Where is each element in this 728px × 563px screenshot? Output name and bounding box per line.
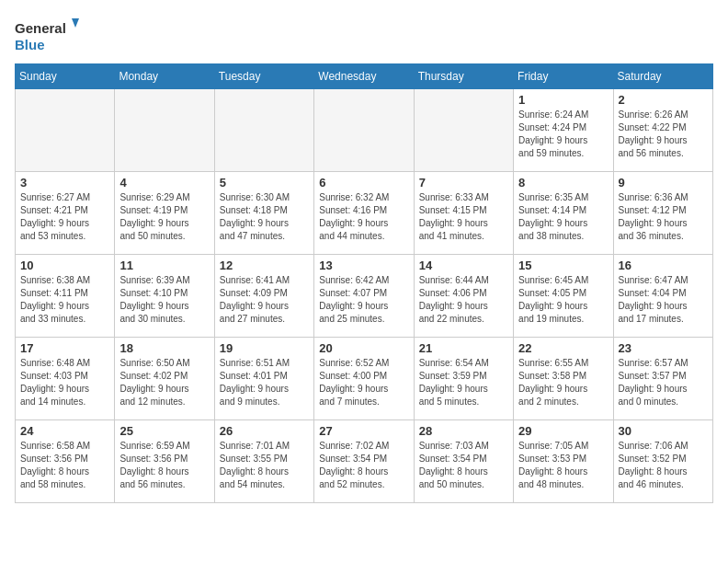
day-cell-24: 24Sunrise: 6:58 AM Sunset: 3:56 PM Dayli… [16,420,115,503]
day-cell-6: 6Sunrise: 6:32 AM Sunset: 4:16 PM Daylig… [314,172,414,255]
day-info: Sunrise: 7:02 AM Sunset: 3:54 PM Dayligh… [319,440,408,491]
day-info: Sunrise: 6:57 AM Sunset: 3:57 PM Dayligh… [619,357,708,408]
day-info: Sunrise: 7:03 AM Sunset: 3:54 PM Dayligh… [419,440,508,491]
calendar-header-row: SundayMondayTuesdayWednesdayThursdayFrid… [16,64,713,89]
day-number: 23 [619,341,708,355]
day-cell-13: 13Sunrise: 6:42 AM Sunset: 4:07 PM Dayli… [314,255,414,338]
day-cell-8: 8Sunrise: 6:35 AM Sunset: 4:14 PM Daylig… [514,172,613,255]
empty-cell [314,89,414,172]
column-header-friday: Friday [514,64,613,89]
day-cell-7: 7Sunrise: 6:33 AM Sunset: 4:15 PM Daylig… [414,172,513,255]
day-cell-17: 17Sunrise: 6:48 AM Sunset: 4:03 PM Dayli… [16,338,115,420]
week-row-5: 24Sunrise: 6:58 AM Sunset: 3:56 PM Dayli… [16,420,713,503]
day-info: Sunrise: 6:33 AM Sunset: 4:15 PM Dayligh… [419,191,508,243]
day-info: Sunrise: 7:06 AM Sunset: 3:52 PM Dayligh… [619,440,708,491]
empty-cell [16,89,115,172]
day-cell-26: 26Sunrise: 7:01 AM Sunset: 3:55 PM Dayli… [214,420,313,503]
column-header-monday: Monday [115,64,214,89]
day-info: Sunrise: 6:41 AM Sunset: 4:09 PM Dayligh… [220,274,309,326]
week-row-4: 17Sunrise: 6:48 AM Sunset: 4:03 PM Dayli… [16,338,713,420]
day-cell-1: 1Sunrise: 6:24 AM Sunset: 4:24 PM Daylig… [514,89,613,172]
day-cell-30: 30Sunrise: 7:06 AM Sunset: 3:52 PM Dayli… [613,420,712,503]
day-cell-2: 2Sunrise: 6:26 AM Sunset: 4:22 PM Daylig… [613,89,712,172]
day-cell-19: 19Sunrise: 6:51 AM Sunset: 4:01 PM Dayli… [214,338,313,420]
day-number: 24 [20,424,109,438]
day-cell-16: 16Sunrise: 6:47 AM Sunset: 4:04 PM Dayli… [613,255,712,338]
day-info: Sunrise: 6:59 AM Sunset: 3:56 PM Dayligh… [119,440,209,491]
day-info: Sunrise: 6:39 AM Sunset: 4:10 PM Dayligh… [119,274,209,326]
day-number: 18 [119,341,209,355]
day-number: 22 [518,341,608,355]
day-info: Sunrise: 6:58 AM Sunset: 3:56 PM Dayligh… [20,440,109,491]
day-info: Sunrise: 6:32 AM Sunset: 4:16 PM Dayligh… [319,191,408,243]
day-number: 12 [220,259,309,272]
day-cell-5: 5Sunrise: 6:30 AM Sunset: 4:18 PM Daylig… [214,172,313,255]
day-info: Sunrise: 6:27 AM Sunset: 4:21 PM Dayligh… [20,191,109,243]
week-row-1: 1Sunrise: 6:24 AM Sunset: 4:24 PM Daylig… [16,89,713,172]
day-number: 21 [419,341,508,355]
week-row-3: 10Sunrise: 6:38 AM Sunset: 4:11 PM Dayli… [16,255,713,338]
calendar-table: SundayMondayTuesdayWednesdayThursdayFrid… [15,63,713,503]
day-info: Sunrise: 6:48 AM Sunset: 4:03 PM Dayligh… [20,357,109,408]
day-cell-20: 20Sunrise: 6:52 AM Sunset: 4:00 PM Dayli… [314,338,414,420]
day-number: 7 [419,176,508,190]
day-number: 10 [20,259,109,272]
day-cell-9: 9Sunrise: 6:36 AM Sunset: 4:12 PM Daylig… [613,172,712,255]
day-info: Sunrise: 6:52 AM Sunset: 4:00 PM Dayligh… [319,357,408,408]
day-number: 17 [20,341,109,355]
day-info: Sunrise: 6:29 AM Sunset: 4:19 PM Dayligh… [119,191,209,243]
day-number: 30 [619,424,708,438]
day-number: 26 [220,424,309,438]
column-header-tuesday: Tuesday [214,64,313,89]
day-info: Sunrise: 6:47 AM Sunset: 4:04 PM Dayligh… [619,274,708,326]
empty-cell [115,89,214,172]
svg-text:General: General [15,20,66,36]
day-info: Sunrise: 6:42 AM Sunset: 4:07 PM Dayligh… [319,274,408,326]
day-number: 6 [319,176,408,190]
column-header-thursday: Thursday [414,64,513,89]
day-info: Sunrise: 6:30 AM Sunset: 4:18 PM Dayligh… [220,191,309,243]
day-number: 4 [119,176,209,190]
day-number: 16 [619,259,708,272]
logo-svg: General Blue [15,15,79,56]
column-header-saturday: Saturday [613,64,712,89]
day-cell-27: 27Sunrise: 7:02 AM Sunset: 3:54 PM Dayli… [314,420,414,503]
day-number: 3 [20,176,109,190]
day-info: Sunrise: 6:50 AM Sunset: 4:02 PM Dayligh… [119,357,209,408]
day-info: Sunrise: 6:55 AM Sunset: 3:58 PM Dayligh… [518,357,608,408]
svg-text:Blue: Blue [15,37,45,52]
day-info: Sunrise: 6:44 AM Sunset: 4:06 PM Dayligh… [419,274,508,326]
day-cell-15: 15Sunrise: 6:45 AM Sunset: 4:05 PM Dayli… [514,255,613,338]
day-number: 5 [220,176,309,190]
day-cell-10: 10Sunrise: 6:38 AM Sunset: 4:11 PM Dayli… [16,255,115,338]
column-header-sunday: Sunday [16,64,115,89]
day-info: Sunrise: 6:35 AM Sunset: 4:14 PM Dayligh… [518,191,608,243]
day-info: Sunrise: 7:01 AM Sunset: 3:55 PM Dayligh… [220,440,309,491]
svg-marker-2 [72,18,79,28]
day-cell-22: 22Sunrise: 6:55 AM Sunset: 3:58 PM Dayli… [514,338,613,420]
day-cell-4: 4Sunrise: 6:29 AM Sunset: 4:19 PM Daylig… [115,172,214,255]
day-number: 9 [619,176,708,190]
day-number: 28 [419,424,508,438]
day-number: 1 [518,93,608,107]
day-info: Sunrise: 6:51 AM Sunset: 4:01 PM Dayligh… [220,357,309,408]
day-cell-28: 28Sunrise: 7:03 AM Sunset: 3:54 PM Dayli… [414,420,513,503]
calendar-body: 1Sunrise: 6:24 AM Sunset: 4:24 PM Daylig… [16,89,713,503]
day-number: 13 [319,259,408,272]
week-row-2: 3Sunrise: 6:27 AM Sunset: 4:21 PM Daylig… [16,172,713,255]
day-number: 19 [220,341,309,355]
day-info: Sunrise: 6:54 AM Sunset: 3:59 PM Dayligh… [419,357,508,408]
day-cell-14: 14Sunrise: 6:44 AM Sunset: 4:06 PM Dayli… [414,255,513,338]
day-cell-3: 3Sunrise: 6:27 AM Sunset: 4:21 PM Daylig… [16,172,115,255]
page-header: General Blue [15,15,713,56]
empty-cell [414,89,513,172]
day-number: 15 [518,259,608,272]
logo: General Blue [15,15,79,56]
day-number: 11 [119,259,209,272]
day-cell-11: 11Sunrise: 6:39 AM Sunset: 4:10 PM Dayli… [115,255,214,338]
day-cell-29: 29Sunrise: 7:05 AM Sunset: 3:53 PM Dayli… [514,420,613,503]
day-cell-21: 21Sunrise: 6:54 AM Sunset: 3:59 PM Dayli… [414,338,513,420]
day-info: Sunrise: 6:38 AM Sunset: 4:11 PM Dayligh… [20,274,109,326]
column-header-wednesday: Wednesday [314,64,414,89]
day-cell-23: 23Sunrise: 6:57 AM Sunset: 3:57 PM Dayli… [613,338,712,420]
